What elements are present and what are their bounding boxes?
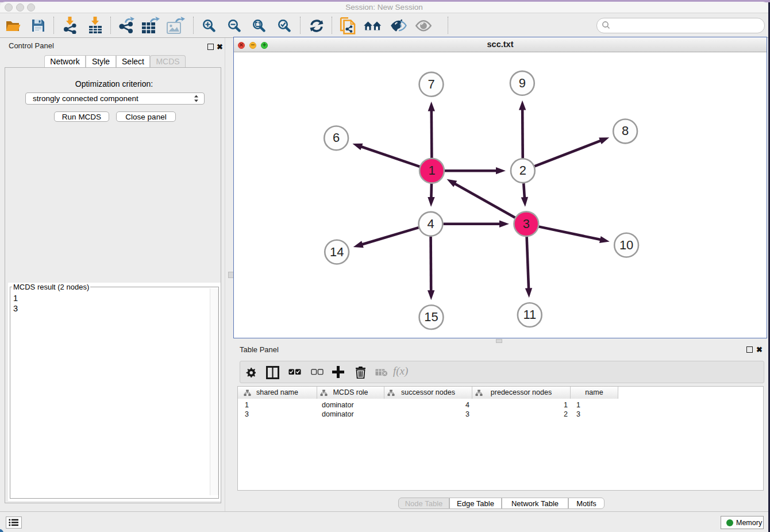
svg-text:14: 14 bbox=[330, 245, 344, 259]
svg-text:2: 2 bbox=[519, 163, 526, 178]
svg-text:9: 9 bbox=[519, 76, 526, 90]
svg-text:10: 10 bbox=[619, 238, 633, 252]
svg-text:3: 3 bbox=[523, 217, 530, 231]
svg-text:15: 15 bbox=[424, 310, 438, 324]
svg-text:11: 11 bbox=[523, 307, 536, 322]
svg-text:1: 1 bbox=[428, 163, 435, 178]
svg-text:6: 6 bbox=[333, 130, 340, 145]
svg-text:4: 4 bbox=[427, 217, 434, 231]
svg-text:8: 8 bbox=[622, 124, 629, 138]
svg-text:7: 7 bbox=[428, 77, 434, 91]
